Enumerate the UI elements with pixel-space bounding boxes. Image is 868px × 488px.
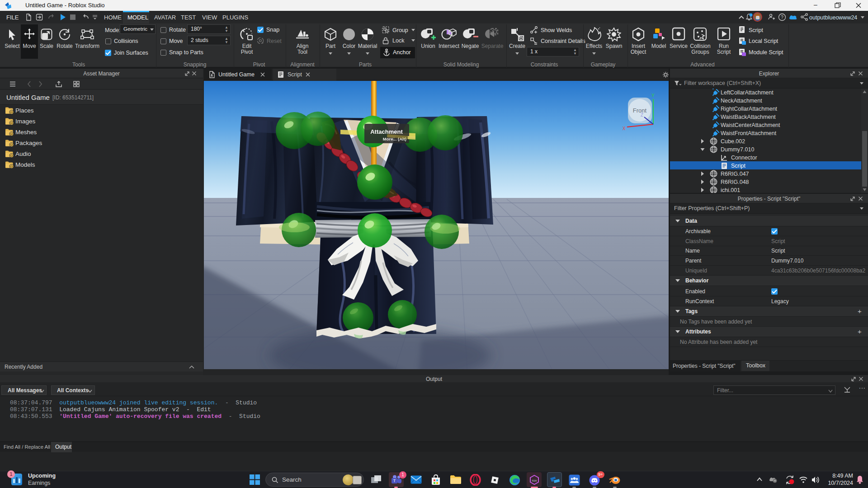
- svg-text:rox: rox: [532, 479, 537, 483]
- svg-text:X: X: [623, 126, 626, 131]
- svg-text:?: ?: [781, 15, 783, 20]
- svg-text:Z: Z: [641, 113, 643, 117]
- svg-text:T: T: [393, 479, 396, 483]
- svg-text:Y: Y: [651, 93, 655, 98]
- svg-text:Front: Front: [633, 107, 647, 114]
- svg-text:Attachment: Attachment: [370, 128, 403, 135]
